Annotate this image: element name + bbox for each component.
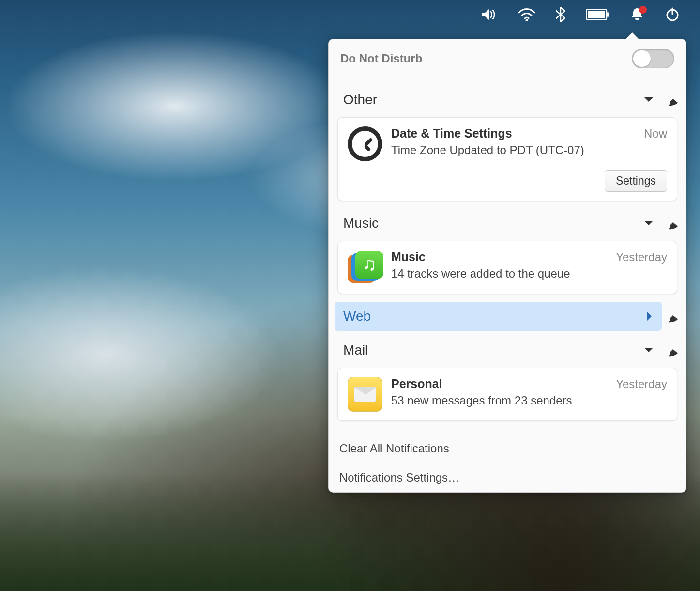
group-title: Music xyxy=(343,216,629,231)
clear-group-icon[interactable] xyxy=(668,217,680,230)
clear-all-button[interactable]: Clear All Notifications xyxy=(329,434,686,463)
notification-time: Yesterday xyxy=(616,250,667,264)
notification-card[interactable]: Date & Time Settings Now Time Zone Updat… xyxy=(337,117,677,201)
do-not-disturb-label: Do Not Disturb xyxy=(340,52,422,65)
settings-button[interactable]: Settings xyxy=(605,170,667,192)
group-title: Mail xyxy=(343,342,629,358)
bluetooth-icon[interactable] xyxy=(556,7,565,22)
clear-group-icon[interactable] xyxy=(668,343,680,357)
clear-group-icon[interactable] xyxy=(668,310,680,323)
group-header-web[interactable]: Web xyxy=(335,302,662,331)
notifications-icon[interactable] xyxy=(629,7,645,22)
clear-group-icon[interactable] xyxy=(668,93,680,107)
music-app-icon: ♫ xyxy=(348,250,382,285)
battery-icon[interactable] xyxy=(586,9,609,20)
notification-title: Date & Time Settings xyxy=(391,126,512,140)
mail-app-icon xyxy=(348,377,382,412)
svg-rect-2 xyxy=(588,11,605,18)
wifi-icon[interactable] xyxy=(518,8,535,21)
svg-rect-3 xyxy=(607,12,609,17)
chevron-down-icon[interactable] xyxy=(643,347,654,354)
notification-center-popover: Do Not Disturb Other Date xyxy=(328,39,686,493)
group-header-mail[interactable]: Mail xyxy=(335,336,638,365)
notification-badge xyxy=(639,6,647,14)
volume-icon[interactable] xyxy=(481,8,498,21)
notification-time: Yesterday xyxy=(616,377,667,391)
notification-sections: Other Date & Time Settings Now xyxy=(329,78,686,430)
group-title: Web xyxy=(343,309,640,324)
do-not-disturb-toggle[interactable] xyxy=(632,49,674,68)
group-title: Other xyxy=(343,92,629,108)
clock-icon xyxy=(348,126,382,161)
group-header-other[interactable]: Other xyxy=(335,85,638,114)
group-header-music[interactable]: Music xyxy=(335,209,638,238)
svg-point-0 xyxy=(526,19,528,22)
notification-body: Time Zone Updated to PDT (UTC-07) xyxy=(391,143,667,157)
notification-card[interactable]: ♫ Music Yesterday 14 tracks were added t… xyxy=(337,241,677,294)
popover-footer: Clear All Notifications Notifications Se… xyxy=(329,434,686,492)
chevron-down-icon[interactable] xyxy=(643,220,654,227)
notification-body: 53 new messages from 23 senders xyxy=(391,394,667,407)
do-not-disturb-row: Do Not Disturb xyxy=(329,39,686,78)
chevron-down-icon[interactable] xyxy=(643,96,654,103)
notification-title: Music xyxy=(391,250,426,264)
power-icon[interactable] xyxy=(665,7,680,22)
notifications-settings-button[interactable]: Notifications Settings… xyxy=(329,463,686,492)
notification-time: Now xyxy=(644,127,667,140)
chevron-right-icon[interactable] xyxy=(646,311,653,322)
menu-bar xyxy=(0,0,700,29)
notification-card[interactable]: Personal Yesterday 53 new messages from … xyxy=(337,368,677,421)
notification-body: 14 tracks were added to the queue xyxy=(391,267,667,280)
notification-title: Personal xyxy=(391,377,442,391)
